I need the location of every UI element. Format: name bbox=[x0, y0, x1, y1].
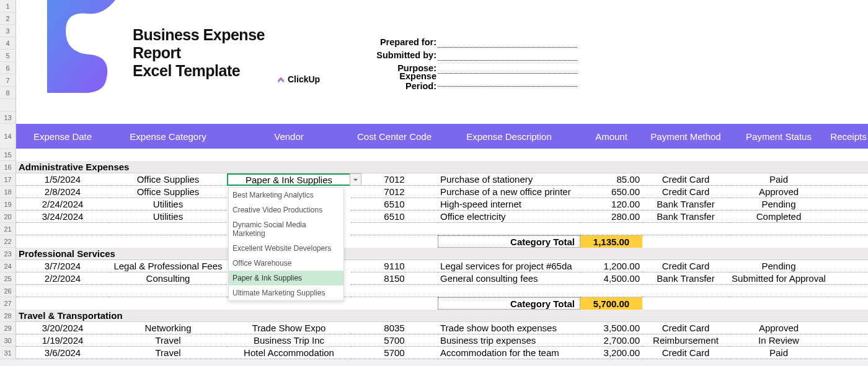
cell-desc[interactable]: Office electricity bbox=[438, 211, 580, 223]
cell-date[interactable]: 3/7/2024 bbox=[16, 260, 109, 272]
cell-cost[interactable]: 6510 bbox=[351, 211, 438, 223]
cell-category[interactable]: Utilities bbox=[109, 198, 227, 211]
blank-row[interactable] bbox=[16, 285, 868, 297]
col-receipts[interactable]: Receipts bbox=[828, 124, 868, 149]
cell-date[interactable]: 3/6/2024 bbox=[16, 347, 109, 359]
row-number[interactable]: 5 bbox=[0, 50, 16, 62]
cell-receipts[interactable] bbox=[828, 272, 868, 285]
row-number[interactable]: 29 bbox=[0, 322, 16, 334]
cell-amount[interactable]: 3,500.00 bbox=[580, 322, 642, 334]
row-number[interactable]: 13 bbox=[0, 111, 16, 124]
row-number[interactable]: 22 bbox=[0, 235, 16, 248]
cell-date[interactable]: 3/20/2024 bbox=[16, 322, 109, 334]
cell-cost[interactable]: 5700 bbox=[351, 347, 438, 359]
row-number[interactable]: 6 bbox=[0, 62, 16, 74]
cell-cost[interactable]: 7012 bbox=[351, 173, 438, 186]
dropdown-option[interactable]: Ultimate Marketing Supplies bbox=[229, 285, 343, 300]
category-total-value[interactable]: 1,135.00 bbox=[580, 235, 642, 248]
cell-receipts[interactable] bbox=[828, 173, 868, 186]
cell-desc[interactable]: Purchase of stationery bbox=[438, 173, 580, 186]
dropdown-option[interactable]: Creative Video Productions bbox=[229, 203, 343, 217]
cell-cost[interactable]: 8035 bbox=[351, 322, 438, 334]
row-number[interactable]: 2 bbox=[0, 12, 16, 25]
cell-category[interactable]: Networking bbox=[109, 322, 227, 334]
row-number[interactable]: 14 bbox=[0, 124, 16, 149]
row-number[interactable]: 20 bbox=[0, 211, 16, 223]
cell-status[interactable]: Submitted for Approval bbox=[729, 272, 828, 285]
row-number[interactable]: 18 bbox=[0, 186, 16, 198]
cell-date[interactable]: 2/24/2024 bbox=[16, 198, 109, 211]
cell-category[interactable]: Office Supplies bbox=[109, 173, 227, 186]
cell-receipts[interactable] bbox=[828, 334, 868, 347]
section-admin[interactable]: Administrative Expenses bbox=[16, 161, 868, 173]
row-number[interactable]: 17 bbox=[0, 173, 16, 186]
cell-receipts[interactable] bbox=[828, 211, 868, 223]
cell-amount[interactable]: 85.00 bbox=[580, 173, 642, 186]
cell-payment[interactable]: Bank Transfer bbox=[642, 211, 729, 223]
cell-desc[interactable]: High-speed internet bbox=[438, 198, 580, 211]
cell-category[interactable]: Office Supplies bbox=[109, 186, 227, 198]
cell-payment[interactable]: Credit Card bbox=[642, 260, 729, 272]
cell-desc[interactable]: Trade show booth expenses bbox=[438, 322, 580, 334]
row-number[interactable]: 19 bbox=[0, 198, 16, 211]
cell-cost[interactable]: 8150 bbox=[351, 272, 438, 285]
row-number[interactable]: 8 bbox=[0, 87, 16, 99]
cell-vendor-selected[interactable]: Paper & Ink Supplies Best Marketing Anal… bbox=[227, 173, 351, 186]
section-travel[interactable]: Travel & Transportation bbox=[16, 310, 868, 322]
cell-category[interactable]: Utilities bbox=[109, 211, 227, 223]
cell-receipts[interactable] bbox=[828, 260, 868, 272]
col-amount[interactable]: Amount bbox=[580, 124, 642, 149]
row-number[interactable]: 1 bbox=[0, 0, 16, 12]
dropdown-option[interactable]: Office Warehouse bbox=[229, 256, 343, 271]
row-number[interactable]: 15 bbox=[0, 149, 16, 161]
row-number[interactable]: 21 bbox=[0, 223, 16, 235]
cell-vendor[interactable]: Hotel Accommodation bbox=[227, 347, 351, 359]
category-total-label-cell[interactable]: Category Total bbox=[438, 297, 580, 310]
cell-receipts[interactable] bbox=[828, 322, 868, 334]
cell-cost[interactable]: 7012 bbox=[351, 186, 438, 198]
cell-date[interactable]: 2/8/2024 bbox=[16, 186, 109, 198]
col-expense-date[interactable]: Expense Date bbox=[16, 124, 109, 149]
cell-desc[interactable]: Purchase of a new office printer bbox=[438, 186, 580, 198]
cell-cost[interactable]: 9110 bbox=[351, 260, 438, 272]
blank-row[interactable] bbox=[16, 223, 868, 235]
cell-amount[interactable]: 4,500.00 bbox=[580, 272, 642, 285]
cell-vendor[interactable]: Trade Show Expo bbox=[227, 322, 351, 334]
cell-date[interactable]: 2/2/2024 bbox=[16, 272, 109, 285]
row-number[interactable]: 26 bbox=[0, 285, 16, 297]
cell-date[interactable]: 3/24/2024 bbox=[16, 211, 109, 223]
cell-amount[interactable]: 120.00 bbox=[580, 198, 642, 211]
category-total-value[interactable]: 5,700.00 bbox=[580, 297, 642, 310]
meta-input-submitted-by[interactable] bbox=[438, 50, 577, 61]
col-vendor[interactable]: Vendor bbox=[227, 124, 351, 149]
cell-date[interactable]: 1/5/2024 bbox=[16, 173, 109, 186]
cell-amount[interactable]: 1,200.00 bbox=[580, 260, 642, 272]
row-number[interactable]: 16 bbox=[0, 161, 16, 173]
cell-date[interactable]: 1/19/2024 bbox=[16, 334, 109, 347]
meta-input-purpose[interactable] bbox=[438, 63, 577, 74]
blank-row[interactable] bbox=[16, 149, 868, 161]
cell-desc[interactable]: General consulting fees bbox=[438, 272, 580, 285]
row-number[interactable]: 27 bbox=[0, 297, 16, 310]
meta-input-prepared-for[interactable] bbox=[438, 37, 577, 48]
cell-payment[interactable]: Credit Card bbox=[642, 347, 729, 359]
cell-desc[interactable]: Accommodation for the team bbox=[438, 347, 580, 359]
cell-status[interactable]: Paid bbox=[729, 347, 828, 359]
cell-receipts[interactable] bbox=[828, 347, 868, 359]
col-payment-method[interactable]: Payment Method bbox=[642, 124, 729, 149]
blank-row[interactable] bbox=[16, 111, 868, 124]
row-number[interactable] bbox=[0, 99, 16, 111]
cell-payment[interactable]: Bank Transfer bbox=[642, 198, 729, 211]
dropdown-toggle[interactable] bbox=[350, 173, 361, 186]
cell-payment[interactable]: Bank Transfer bbox=[642, 272, 729, 285]
cell-status[interactable]: Pending bbox=[729, 260, 828, 272]
cell-desc[interactable]: Legal services for project #65da bbox=[438, 260, 580, 272]
dropdown-option[interactable]: Best Marketing Analytics bbox=[229, 188, 343, 203]
row-number[interactable]: 25 bbox=[0, 272, 16, 285]
dropdown-option-selected[interactable]: Paper & Ink Supplies bbox=[229, 271, 343, 285]
cell-desc[interactable]: Business trip expenses bbox=[438, 334, 580, 347]
row-number[interactable]: 7 bbox=[0, 74, 16, 87]
row-number[interactable]: 28 bbox=[0, 310, 16, 322]
cell-category[interactable]: Consulting bbox=[109, 272, 227, 285]
cell-status[interactable]: Approved bbox=[729, 186, 828, 198]
